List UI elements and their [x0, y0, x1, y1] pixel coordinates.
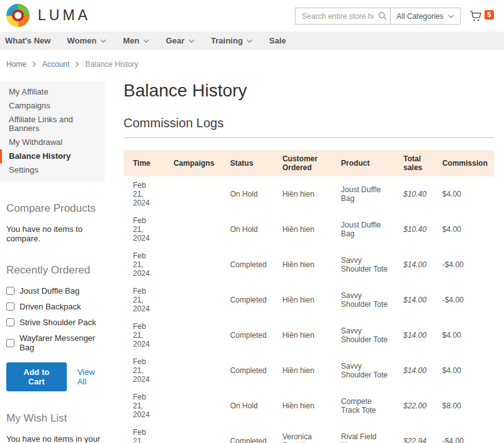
cell: Feb 21, 2024: [123, 176, 164, 212]
affiliate-account-nav: My AffiliateCampaignsAffiliate Links and…: [0, 81, 105, 181]
product-name: Wayfarer Messenger Bag: [20, 333, 105, 352]
main-nav: What's NewWomenMenGearTrainingSale: [0, 32, 504, 50]
cell: Completed: [220, 353, 273, 388]
chevron-down-icon: [448, 14, 454, 18]
recently-ordered-item: Wayfarer Messenger Bag: [6, 333, 105, 352]
product-checkbox[interactable]: [6, 287, 14, 295]
wishlist-empty-text: You have no items in your wish list.: [6, 434, 105, 443]
cell: Rival Field Messenger: [331, 423, 394, 443]
recently-ordered-item: Joust Duffle Bag: [6, 286, 105, 296]
cell: $14.00: [394, 247, 433, 282]
nav-item-training[interactable]: Training: [203, 32, 261, 50]
nav-item-sale[interactable]: Sale: [261, 32, 294, 50]
breadcrumb-balance-history: Balance History: [85, 60, 138, 69]
add-to-cart-button[interactable]: Add to Cart: [6, 362, 67, 391]
column-header-customer-ordered: Customer Ordered: [273, 150, 331, 176]
compare-products-title: Compare Products: [6, 202, 105, 215]
breadcrumb-home[interactable]: Home: [6, 60, 26, 69]
nav-item-label: Sale: [269, 36, 286, 45]
nav-item-label: Men: [123, 36, 139, 45]
cell: Feb 21, 2024: [123, 353, 164, 388]
wishlist-title: My Wish List: [6, 412, 105, 425]
account-nav-settings[interactable]: Settings: [0, 163, 105, 177]
page-title: Balance History: [123, 81, 494, 101]
luma-logo-icon: [6, 4, 30, 27]
main-content: Balance History Commission Logs TimeCamp…: [105, 81, 494, 443]
cell: On Hold: [220, 176, 273, 212]
commission-logs-table: TimeCampaignsStatusCustomer OrderedProdu…: [123, 150, 494, 443]
recently-ordered-title: Recently Ordered: [6, 264, 105, 277]
chevron-down-icon: [246, 39, 253, 43]
nav-item-label: Women: [67, 36, 96, 45]
chevron-down-icon: [100, 39, 106, 43]
cell: Feb 21, 2024: [123, 282, 164, 318]
nav-item-gear[interactable]: Gear: [158, 32, 203, 50]
account-nav-affiliate-links-and-banners[interactable]: Affiliate Links and Banners: [0, 113, 105, 135]
account-nav-my-affiliate[interactable]: My Affiliate: [0, 85, 105, 99]
account-nav-balance-history[interactable]: Balance History: [0, 149, 105, 163]
cell: [164, 176, 220, 212]
product-checkbox[interactable]: [6, 318, 14, 326]
table-row: Feb 21, 2024On HoldHiền hienCompete Trac…: [123, 388, 494, 423]
cell: Hiền hien: [273, 247, 331, 282]
breadcrumb-account[interactable]: Account: [42, 60, 69, 69]
search-input[interactable]: [295, 8, 391, 25]
recently-ordered-list: Joust Duffle BagDriven BackpackStrive Sh…: [6, 286, 105, 352]
nav-item-what-s-new[interactable]: What's New: [5, 32, 59, 50]
chevron-right-icon: [32, 61, 37, 67]
cell: [164, 282, 220, 318]
column-header-commission: Commission: [433, 150, 494, 176]
account-nav-campaigns[interactable]: Campaigns: [0, 99, 105, 113]
cell: Compete Track Tote: [331, 388, 394, 423]
sidebar: My AffiliateCampaignsAffiliate Links and…: [0, 81, 105, 443]
recently-ordered-item: Strive Shoulder Pack: [6, 318, 105, 327]
breadcrumb: HomeAccountBalance History: [0, 50, 504, 81]
product-name: Strive Shoulder Pack: [20, 318, 96, 327]
cell: $10.40: [394, 176, 433, 212]
cell: Completed: [220, 282, 273, 318]
account-nav-my-withdrawal[interactable]: My Withdrawal: [0, 135, 105, 149]
cell: Hiền hien: [273, 318, 331, 353]
cell: [164, 353, 220, 388]
search-icon[interactable]: [378, 11, 387, 20]
table-row: Feb 21, 2024On HoldHiền hienJoust Duffle…: [123, 176, 494, 212]
chevron-down-icon: [143, 39, 149, 43]
search-group: All Categories: [295, 8, 461, 25]
cell: $14.00: [394, 318, 433, 353]
cell: -$4.00: [433, 247, 494, 282]
cell: Feb 21, 2024: [123, 318, 164, 353]
cell: $4.00: [433, 176, 494, 212]
nav-item-men[interactable]: Men: [115, 32, 158, 50]
wishlist-block: My Wish List You have no items in your w…: [0, 412, 105, 443]
nav-item-women[interactable]: Women: [59, 32, 115, 50]
product-checkbox[interactable]: [6, 339, 14, 347]
page: LUMA All Categories: [0, 0, 504, 443]
cell: Joust Duffle Bag: [331, 212, 394, 247]
minicart-button[interactable]: 5: [469, 10, 494, 22]
cell: Savvy Shoulder Tote: [331, 353, 394, 388]
recently-ordered-block: Recently Ordered Joust Duffle BagDriven …: [0, 264, 105, 391]
nav-item-label: What's New: [5, 36, 50, 45]
store-logo[interactable]: LUMA: [6, 4, 91, 27]
category-select-value: All Categories: [396, 12, 444, 21]
product-checkbox[interactable]: [6, 302, 14, 311]
commission-logs-section: Commission Logs TimeCampaignsStatusCusto…: [123, 116, 494, 443]
cell: Feb 21, 2024: [123, 423, 164, 443]
cell: Savvy Shoulder Tote: [331, 282, 394, 318]
logo-text: LUMA: [38, 7, 91, 24]
cell: $4.00: [433, 318, 494, 353]
product-name: Driven Backpack: [20, 302, 81, 311]
cell: $8.00: [433, 388, 494, 423]
cell: Feb 21, 2024: [123, 247, 164, 282]
view-all-link[interactable]: View All: [77, 367, 105, 386]
cell: Feb 21, 2024: [123, 388, 164, 423]
category-select[interactable]: All Categories: [390, 8, 461, 25]
search-field-wrap: [295, 8, 391, 25]
table-row: Feb 21, 2024CompletedHiền hienSavvy Shou…: [123, 282, 494, 318]
column-header-time: Time: [123, 150, 164, 176]
cell: $4.00: [433, 353, 494, 388]
column-header-status: Status: [220, 150, 273, 176]
cell: On Hold: [220, 388, 273, 423]
cell: Hiền hien: [273, 176, 331, 212]
recently-ordered-actions: Add to Cart View All: [6, 362, 105, 391]
